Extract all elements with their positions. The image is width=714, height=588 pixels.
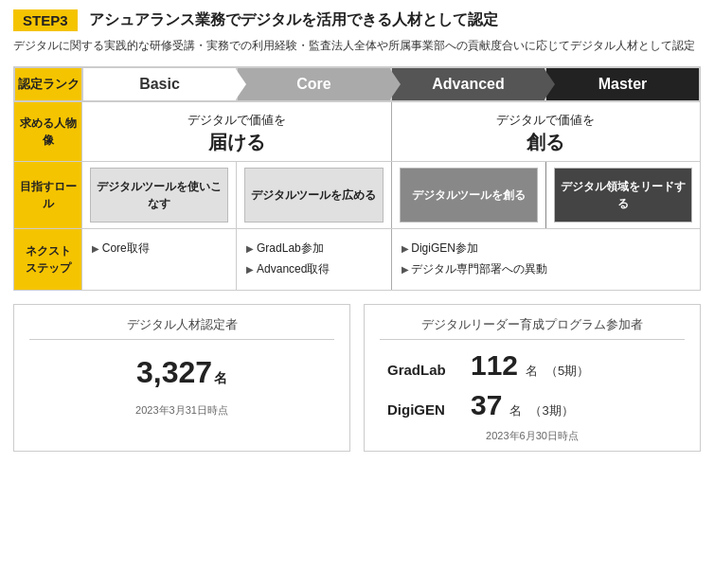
next-step-right-item-2: デジタル専門部署への異動: [402, 259, 691, 280]
sub-description: デジタルに関する実践的な研修受講・実務での利用経験・監査法人全体や所属事業部への…: [13, 37, 701, 55]
next-step-basic-item-1: Core取得: [92, 239, 226, 259]
stat-left-unit: 名: [214, 370, 227, 387]
rank-header-row: 認定ランク Basic Core Advanced Master: [14, 67, 700, 101]
program-gradlab-number: 112: [471, 349, 518, 382]
next-step-label-text: ネクストステップ: [26, 242, 71, 276]
stat-left-title: デジタル人材認定者: [29, 316, 334, 340]
rank-core: Core: [237, 67, 391, 101]
next-step-core-list: GradLab参加 Advanced取得: [244, 235, 383, 283]
program-digigen-unit: 名: [509, 402, 522, 419]
rank-advanced: Advanced: [391, 67, 545, 101]
person-group-right: デジタルで価値を 創る: [392, 102, 701, 161]
person-group-left-header: デジタルで価値を 届ける: [82, 102, 391, 161]
next-step-group-left: Core取得 GradLab参加 Advanced取得: [82, 229, 392, 289]
role-group-right-cols: デジタルツールを創る デジタル領域をリードする: [392, 162, 701, 228]
program-gradlab-unit: 名: [526, 363, 538, 380]
program-digigen-detail: （3期）: [529, 402, 573, 419]
next-step-left-cols: Core取得 GradLab参加 Advanced取得: [82, 229, 391, 289]
program-gradlab-name: GradLab: [387, 362, 463, 378]
person-group-right-header: デジタルで価値を 創る: [392, 102, 701, 161]
stat-right-programs: GradLab 112 名 （5期） DigiGEN 37 名 （3期）: [380, 347, 685, 423]
stat-left-value-row: 3,327 名: [29, 347, 334, 398]
next-step-group-right: DigiGEN参加 デジタル専門部署への異動: [392, 229, 701, 289]
role-core-col: デジタルツールを広める: [237, 162, 390, 228]
program-digigen-number: 37: [471, 389, 502, 421]
role-advanced-box: デジタルツールを創る: [400, 168, 538, 223]
stat-box-left: デジタル人材認定者 3,327 名 2023年3月31日時点: [13, 304, 350, 452]
person-group-right-big: 創る: [527, 132, 564, 152]
next-step-core-item-1: GradLab参加: [246, 239, 381, 259]
rank-table: 認定ランク Basic Core Advanced Master 求める人物像 …: [13, 66, 701, 290]
page-title: アシュアランス業務でデジタルを活用できる人材として認定: [89, 10, 498, 30]
rank-label: 認定ランク: [14, 67, 82, 101]
role-group-left-cols: デジタルツールを使いこなす デジタルツールを広める: [82, 162, 391, 228]
role-advanced-col: デジタルツールを創る: [392, 162, 546, 228]
role-basic-box: デジタルツールを使いこなす: [90, 168, 228, 223]
role-group-left: デジタルツールを使いこなす デジタルツールを広める: [82, 162, 392, 228]
stat-box-right: デジタルリーダー育成プログラム参加者 GradLab 112 名 （5期） Di…: [364, 304, 701, 452]
program-row-gradlab: GradLab 112 名 （5期）: [380, 347, 685, 383]
rank-cols: Basic Core Advanced Master: [82, 67, 700, 101]
next-step-right-col: DigiGEN参加 デジタル専門部署への異動: [392, 229, 701, 289]
stat-left-number: 3,327: [136, 355, 212, 390]
next-step-basic-col: Core取得: [82, 229, 237, 289]
next-step-basic-list: Core取得: [90, 235, 228, 263]
rank-master: Master: [545, 67, 700, 101]
next-step-right-list: DigiGEN参加 デジタル専門部署への異動: [400, 235, 693, 283]
role-group-right: デジタルツールを創る デジタル領域をリードする: [392, 162, 701, 228]
step-badge-text: STEP3: [23, 12, 68, 28]
person-row: 求める人物像 デジタルで価値を 届ける デジタルで価値を 創る: [14, 101, 700, 161]
next-step-core-col: GradLab参加 Advanced取得: [237, 229, 390, 289]
next-step-label: ネクストステップ: [14, 229, 82, 289]
program-row-digigen: DigiGEN 37 名 （3期）: [380, 387, 685, 423]
person-label: 求める人物像: [14, 102, 82, 161]
next-step-content: Core取得 GradLab参加 Advanced取得: [82, 229, 700, 289]
role-master-box: デジタル領域をリードする: [554, 168, 692, 223]
program-digigen-name: DigiGEN: [387, 401, 463, 418]
role-basic-col: デジタルツールを使いこなす: [82, 162, 237, 228]
stat-left-date: 2023年3月31日時点: [29, 403, 334, 418]
stat-right-date: 2023年6月30日時点: [380, 429, 685, 443]
role-core-box: デジタルツールを広める: [244, 168, 383, 223]
next-step-right-item-1: DigiGEN参加: [402, 239, 691, 259]
person-content: デジタルで価値を 届ける デジタルで価値を 創る: [82, 102, 700, 161]
stats-row: デジタル人材認定者 3,327 名 2023年3月31日時点 デジタルリーダー育…: [13, 304, 701, 452]
next-step-row: ネクストステップ Core取得 GradLab参加: [14, 228, 700, 289]
person-group-left: デジタルで価値を 届ける: [82, 102, 392, 161]
next-step-core-item-2: Advanced取得: [246, 259, 381, 280]
step-badge: STEP3: [13, 9, 78, 31]
role-master-col: デジタル領域をリードする: [546, 162, 700, 228]
person-group-left-big: 届ける: [208, 132, 265, 152]
rank-basic: Basic: [82, 67, 237, 101]
program-gradlab-detail: （5期）: [545, 363, 589, 380]
stat-right-title: デジタルリーダー育成プログラム参加者: [380, 316, 685, 340]
header-row: STEP3 アシュアランス業務でデジタルを活用できる人材として認定: [13, 9, 701, 31]
role-row: 目指すロール デジタルツールを使いこなす デジタルツールを広める: [14, 161, 700, 228]
role-content: デジタルツールを使いこなす デジタルツールを広める デジタルツールを創る: [82, 162, 700, 228]
role-label: 目指すロール: [14, 162, 82, 228]
